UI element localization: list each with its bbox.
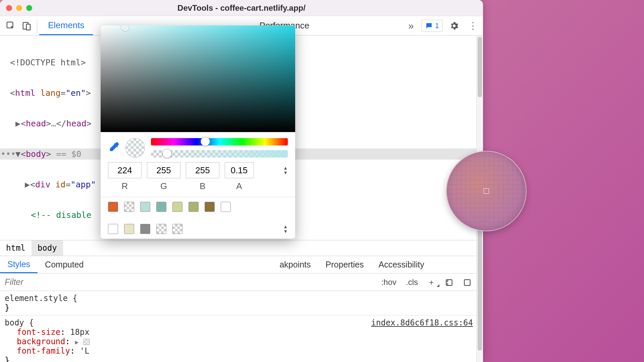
device-toolbar-icon[interactable] [19,18,35,34]
svg-rect-4 [464,280,470,285]
palette-swatch[interactable] [124,202,134,212]
separator [37,19,37,33]
b-label: B [186,181,219,191]
sv-handle[interactable] [121,25,129,31]
a-label: A [225,181,254,191]
hue-slider[interactable] [151,138,288,145]
palette-swatch[interactable] [172,202,182,212]
alpha-slider[interactable] [151,150,288,158]
issues-count: 1 [435,21,439,30]
color-swatch-icon[interactable] [84,339,90,345]
filter-input[interactable] [0,277,199,287]
traffic-lights [6,5,32,11]
g-input[interactable] [147,162,180,178]
dom-doctype: <!DOCTYPE html> [10,58,86,67]
svg-rect-3 [446,280,452,285]
palette-swatch[interactable] [140,224,150,234]
chevron-up-icon: ▲ [283,166,288,170]
window-title: DevTools - coffee-cart.netlify.app/ [0,3,483,13]
magnifier-center-icon [484,189,489,193]
close-window-icon[interactable] [6,5,12,11]
palette-swatch[interactable] [189,202,199,212]
subtab-computed[interactable]: Computed [38,256,91,273]
devtools-window: DevTools - coffee-cart.netlify.app/ Elem… [0,0,483,362]
subtab-breakpoints[interactable]: akpoints [272,256,318,273]
computed-styles-icon[interactable] [440,277,458,287]
scrollbar-thumb[interactable] [478,37,482,97]
palette-swatch[interactable] [221,202,231,212]
g-label: G [147,181,180,191]
dom-comment: <!-- disable [31,210,92,220]
chevron-down-icon: ▼ [283,171,288,174]
hov-toggle[interactable]: :hov [377,278,401,287]
rule-element-style[interactable]: element.style { } [0,291,476,315]
more-styles-icon[interactable] [458,277,476,287]
subtab-properties[interactable]: Properties [318,256,371,273]
palette-swatch[interactable] [140,202,150,212]
styles-filter-row: :hov .cls ＋ [0,274,476,291]
styles-rules: element.style { } index.8d6c6f18.css:64 … [0,291,476,362]
a-input[interactable] [225,162,254,178]
eyedropper-icon[interactable] [108,141,119,155]
zoom-window-icon[interactable] [26,5,32,11]
palette-swatch[interactable] [205,202,215,212]
b-input[interactable] [186,162,219,178]
r-label: R [108,181,142,191]
subtab-accessibility[interactable]: Accessibility [371,256,432,273]
panel-tabs: Elements [39,16,93,35]
rule-body-index[interactable]: index.8d6c6f18.css:64 body { font-size: … [0,315,476,362]
palette-swatch[interactable] [108,224,118,234]
tab-elements[interactable]: Elements [39,16,93,35]
scrollbar-thumb-lower[interactable] [478,223,482,351]
palette-swatch[interactable] [156,224,166,234]
palette-swatch[interactable] [172,224,182,234]
styles-subtabs: Styles Computed akpoints Properties Acce… [0,256,476,274]
color-picker: ▲▼ R G B A ▲▼ [101,25,295,239]
breadcrumb-html[interactable]: html [0,240,32,256]
inspect-element-icon[interactable] [3,18,19,34]
saturation-value-area[interactable] [101,25,295,132]
palette-swatch[interactable] [108,202,118,212]
minimize-window-icon[interactable] [16,5,22,11]
source-link-index[interactable]: index.8d6c6f18.css:64 [371,318,473,327]
new-rule-button[interactable]: ＋ [423,277,440,288]
more-tabs-icon[interactable]: » [405,20,417,32]
hue-handle[interactable] [201,137,210,146]
palette-swatch[interactable] [124,224,134,234]
dom-selected-ref: == $0 [51,149,81,159]
palette: ▲▼ [101,197,295,239]
r-input[interactable] [108,162,142,178]
kebab-menu-icon[interactable]: ⋮ [466,18,480,33]
settings-icon[interactable] [447,18,462,33]
svg-rect-2 [26,24,30,30]
breadcrumb-body[interactable]: body [32,240,63,256]
chevron-down-icon: ▼ [283,230,288,233]
palette-swatch[interactable] [156,202,166,212]
issues-badge[interactable]: 1 [421,20,443,32]
current-color-swatch [125,138,145,158]
breadcrumb: html body [0,240,476,256]
subtab-styles[interactable]: Styles [0,256,38,273]
cls-toggle[interactable]: .cls [401,278,423,287]
alpha-handle[interactable] [162,149,172,158]
titlebar: DevTools - coffee-cart.netlify.app/ [0,0,483,16]
chevron-up-icon: ▲ [283,225,288,228]
format-spinner[interactable]: ▲▼ [283,166,288,174]
palette-spinner[interactable]: ▲▼ [283,225,288,233]
eyedropper-magnifier[interactable] [446,151,527,231]
